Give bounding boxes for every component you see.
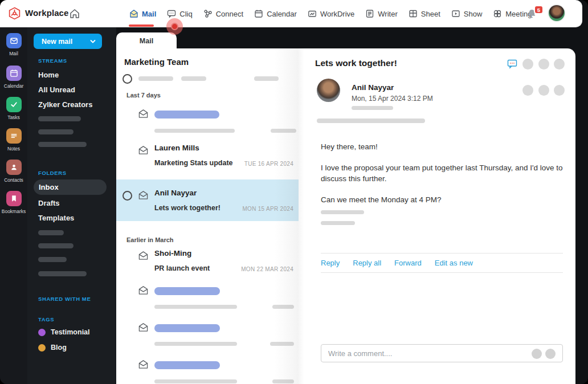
body-paragraph: Can we meet the Monday at 4 PM?: [321, 194, 569, 206]
envelope-icon: [138, 190, 149, 200]
comment-button-placeholder[interactable]: [545, 349, 556, 359]
tag-color-dot: [38, 344, 46, 352]
nav-item-sheet[interactable]: Sheet: [409, 9, 440, 18]
tab-mail[interactable]: Mail: [116, 32, 177, 49]
body-paragraph: I love the proposal your team put togeth…: [321, 162, 569, 185]
rail-item-notes[interactable]: Notes: [0, 128, 27, 152]
placeholder-sender-bar: [154, 324, 220, 332]
tags-section-label: TAGS: [38, 316, 54, 322]
edit-as-new-link[interactable]: Edit as new: [435, 259, 473, 267]
nav-item-mail[interactable]: Mail: [129, 9, 156, 18]
placeholder-bar: [181, 76, 206, 81]
message-action-placeholder[interactable]: [522, 85, 533, 96]
envelope-icon: [138, 285, 149, 295]
notification-badge: 5: [534, 5, 544, 14]
rail-item-mail[interactable]: Mail: [0, 33, 27, 56]
brand-name: Workplace: [25, 8, 69, 18]
placeholder-subject-bar: [154, 129, 235, 133]
mail-icon: [129, 9, 138, 18]
comment-input[interactable]: [328, 345, 499, 362]
reply-all-link[interactable]: Reply all: [353, 259, 381, 267]
sender-name: Anil Nayyar: [352, 83, 394, 92]
forward-link[interactable]: Forward: [394, 259, 422, 267]
comment-button-placeholder[interactable]: [532, 349, 542, 359]
calendar-icon: [10, 69, 18, 77]
mail-list-panel: Marketing Team Last 7 days Lauren Mills …: [116, 48, 299, 384]
nav-item-writer[interactable]: Writer: [365, 9, 397, 18]
placeholder-sender-bar: [154, 287, 220, 295]
placeholder-date-bar: [272, 305, 294, 309]
placeholder-date-bar: [270, 342, 294, 346]
nav-item-cliq[interactable]: Cliq: [167, 9, 192, 18]
nav-item-workdrive[interactable]: WorkDrive: [308, 9, 354, 18]
content-card: Marketing Team Last 7 days Lauren Mills …: [116, 48, 575, 384]
connect-icon: [203, 9, 213, 18]
toolbar-button-placeholder[interactable]: [554, 59, 565, 70]
streams-section-label: STREAMS: [38, 58, 67, 64]
mail-row-anil-nayyar-selected[interactable]: Anil Nayyar Lets work together! MON 15 A…: [116, 179, 299, 221]
envelope-icon: [138, 109, 149, 119]
mail-sidebar: New mail STREAMS Home All Unread Zylker …: [27, 27, 116, 384]
placeholder-bar: [38, 243, 74, 248]
rail-item-tasks[interactable]: Tasks: [0, 97, 27, 120]
folders-section-label: FOLDERS: [38, 170, 67, 176]
nav-item-calendar[interactable]: Calendar: [254, 9, 297, 18]
toolbar-button-placeholder[interactable]: [538, 59, 549, 70]
sidebar-item-zylker-creators[interactable]: Zylker Creators: [38, 100, 92, 109]
row-checkbox[interactable]: [122, 191, 132, 201]
coachmark-pulse-dot[interactable]: [166, 18, 183, 35]
rail-item-calendar[interactable]: Calendar: [0, 66, 27, 89]
user-avatar[interactable]: [549, 5, 565, 21]
comments-icon[interactable]: [507, 59, 517, 69]
placeholder-sender-bar: [154, 361, 220, 369]
nav-item-show[interactable]: Show: [451, 9, 483, 18]
person-icon: [10, 163, 18, 171]
writer-icon: [365, 9, 374, 18]
envelope-icon: [138, 145, 149, 155]
mail-icon: [10, 36, 18, 45]
tag-item-testimonial[interactable]: Testimonial: [38, 328, 90, 336]
calendar-icon: [254, 9, 263, 18]
show-icon: [451, 9, 460, 18]
comment-input-container: [321, 344, 563, 362]
home-icon[interactable]: [69, 8, 80, 19]
group-label-recent: Last 7 days: [126, 92, 161, 99]
reply-link[interactable]: Reply: [321, 259, 340, 267]
sidebar-item-drafts[interactable]: Drafts: [38, 199, 60, 207]
message-action-placeholder[interactable]: [538, 85, 549, 96]
app-window: Workplace Mail Cliq: [0, 0, 588, 384]
workplace-logo-icon: [7, 6, 22, 21]
toolbar-button-placeholder[interactable]: [522, 59, 533, 70]
divider: [321, 272, 563, 273]
select-all-checkbox[interactable]: [122, 74, 132, 84]
shared-section-label[interactable]: SHARED WITH ME: [38, 296, 91, 302]
sidebar-item-templates[interactable]: Templates: [38, 214, 74, 222]
placeholder-recipient-bar: [352, 106, 393, 110]
placeholder-date-bar: [272, 379, 294, 383]
placeholder-date-bar: [271, 129, 296, 133]
workdrive-icon: [308, 9, 317, 18]
placeholder-bar: [38, 257, 67, 262]
rail-item-contacts[interactable]: Contacts: [0, 160, 27, 183]
nav-item-connect[interactable]: Connect: [203, 9, 243, 18]
chevron-down-icon: [90, 39, 96, 44]
nav-item-meeting[interactable]: Meeting: [493, 9, 532, 18]
new-mail-button[interactable]: New mail: [34, 34, 102, 49]
sheet-icon: [409, 9, 418, 18]
sidebar-item-inbox[interactable]: Inbox: [34, 179, 107, 195]
sidebar-item-all-unread[interactable]: All Unread: [38, 85, 75, 94]
sidebar-item-home[interactable]: Home: [38, 71, 59, 79]
envelope-icon: [138, 360, 149, 369]
message-action-placeholder[interactable]: [554, 85, 565, 96]
tag-item-blog[interactable]: Blog: [38, 344, 67, 352]
check-icon: [10, 100, 18, 109]
placeholder-bar: [38, 142, 87, 147]
placeholder-sender-bar: [154, 111, 219, 119]
rail-item-bookmarks[interactable]: Bookmarks: [0, 191, 27, 214]
placeholder-signature-bar: [321, 221, 355, 225]
sender-avatar[interactable]: [317, 79, 340, 102]
placeholder-bar: [38, 116, 81, 121]
placeholder-subject-bar: [154, 342, 237, 346]
placeholder-bar: [138, 76, 173, 81]
top-navbar: Workplace Mail Cliq: [0, 0, 582, 27]
